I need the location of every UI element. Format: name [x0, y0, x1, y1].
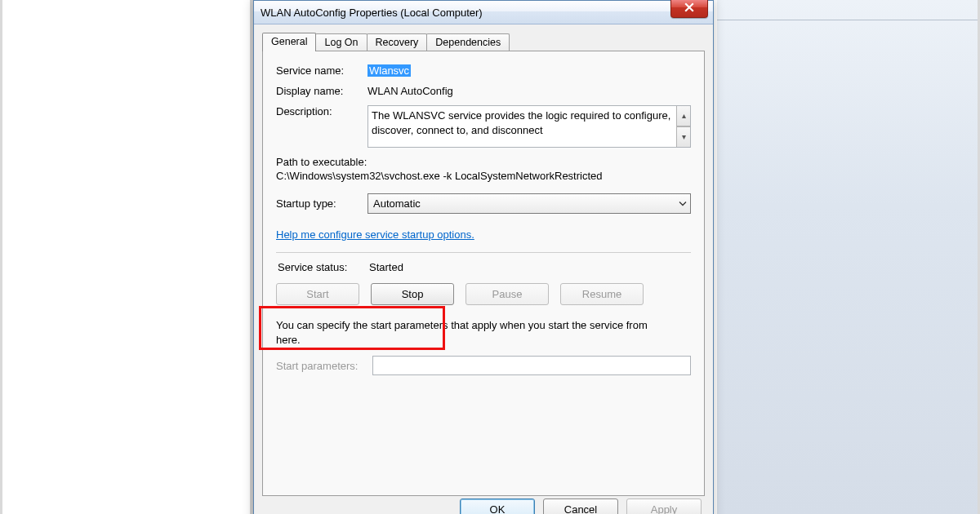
value-path: C:\Windows\system32\svchost.exe -k Local…: [276, 170, 691, 182]
value-description: The WLANSVC service provides the logic r…: [372, 109, 670, 136]
close-button[interactable]: [670, 0, 708, 18]
value-service-status: Started: [369, 261, 403, 273]
dialog-footer: OK Cancel Apply: [460, 498, 702, 514]
description-scrollbar: ▴ ▾: [676, 105, 691, 148]
tab-dependencies[interactable]: Dependencies: [426, 33, 510, 51]
scroll-down-button[interactable]: ▾: [676, 126, 691, 148]
tab-page-general: Service name: Wlansvc Display name: WLAN…: [262, 51, 705, 496]
tab-recovery[interactable]: Recovery: [367, 33, 428, 51]
window-title: WLAN AutoConfig Properties (Local Comput…: [261, 7, 483, 19]
background-right-panel: [717, 0, 978, 514]
divider: [276, 252, 691, 253]
cancel-button[interactable]: Cancel: [543, 498, 618, 514]
label-description: Description:: [276, 105, 368, 117]
description-textbox[interactable]: The WLANSVC service provides the logic r…: [368, 105, 691, 148]
startup-type-select[interactable]: Automatic: [368, 193, 691, 214]
resume-button: Resume: [560, 283, 644, 305]
background-left-panel: [2, 0, 253, 514]
label-start-parameters: Start parameters:: [276, 360, 372, 372]
label-service-name: Service name:: [276, 64, 368, 77]
tab-general[interactable]: General: [262, 33, 316, 51]
hint-text: You can specify the start parameters tha…: [276, 318, 668, 348]
tab-strip: General Log On Recovery Dependencies: [262, 31, 705, 51]
properties-dialog: WLAN AutoConfig Properties (Local Comput…: [253, 0, 714, 514]
value-startup-type: Automatic: [373, 197, 421, 210]
label-display-name: Display name:: [276, 85, 368, 97]
value-service-name[interactable]: Wlansvc: [368, 64, 411, 77]
value-display-name: WLAN AutoConfig: [368, 85, 453, 97]
apply-button: Apply: [626, 498, 702, 514]
pause-button: Pause: [466, 283, 549, 305]
tab-log-on[interactable]: Log On: [315, 33, 367, 51]
ok-button[interactable]: OK: [460, 498, 535, 514]
chevron-down-icon: [679, 197, 687, 210]
start-parameters-input: [372, 356, 691, 375]
start-button: Start: [276, 283, 359, 305]
chevron-down-icon: ▾: [682, 131, 686, 143]
label-service-status: Service status:: [278, 261, 369, 273]
scroll-up-button[interactable]: ▴: [676, 105, 691, 126]
label-startup-type: Startup type:: [276, 197, 368, 210]
label-path: Path to executable:: [276, 156, 691, 168]
chevron-up-icon: ▴: [682, 110, 686, 122]
help-link[interactable]: Help me configure service startup option…: [276, 228, 474, 241]
titlebar[interactable]: WLAN AutoConfig Properties (Local Comput…: [254, 1, 713, 24]
close-icon: [684, 2, 694, 15]
stop-button[interactable]: Stop: [371, 283, 454, 305]
